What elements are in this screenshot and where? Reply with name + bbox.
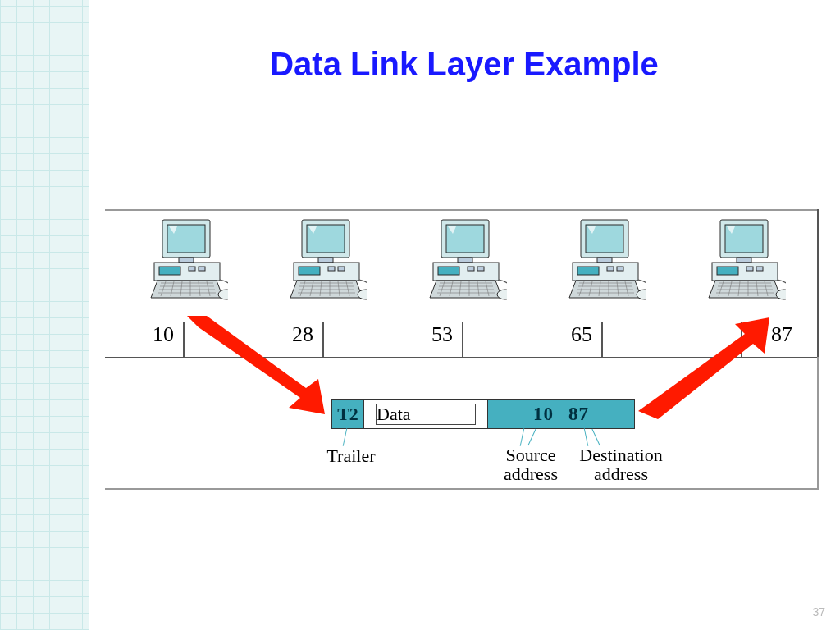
svg-rect-24	[299, 267, 320, 275]
diagram-bottom-border	[105, 488, 819, 490]
diagram-top-border	[105, 209, 819, 211]
frame-trailer-cell: T2	[332, 400, 363, 428]
svg-rect-5	[189, 267, 195, 271]
frame-data-cell: Data	[363, 400, 487, 428]
svg-rect-26	[338, 267, 345, 271]
svg-rect-6	[199, 267, 205, 271]
computer-icon	[138, 216, 228, 314]
leader-line	[343, 428, 348, 446]
svg-rect-25	[328, 267, 335, 271]
diagram-right-border-lower	[817, 357, 819, 488]
node-address: 10	[138, 322, 174, 347]
computer-node: 53	[417, 216, 507, 355]
svg-rect-41	[458, 258, 472, 262]
computer-node: 65	[556, 216, 646, 355]
svg-marker-97	[638, 317, 769, 419]
svg-rect-2	[179, 258, 194, 262]
svg-rect-79	[737, 258, 751, 262]
frame-data-label: Data	[376, 404, 476, 425]
drop-line	[601, 322, 603, 357]
leader-line	[584, 428, 589, 446]
trailer-label: Trailer	[318, 445, 384, 467]
svg-rect-83	[756, 267, 763, 271]
slide-title: Data Link Layer Example	[89, 46, 840, 83]
frame-dst-addr: 87	[568, 404, 589, 425]
arrow-down-icon	[179, 316, 343, 414]
computer-icon	[417, 216, 507, 314]
svg-rect-22	[318, 258, 333, 262]
svg-rect-82	[746, 267, 753, 271]
svg-rect-45	[477, 267, 484, 271]
svg-rect-44	[468, 267, 474, 271]
svg-rect-43	[438, 267, 459, 275]
svg-marker-96	[187, 316, 325, 414]
frame-src-addr: 10	[533, 404, 554, 425]
computer-icon	[556, 216, 646, 314]
slide-sidebar	[0, 0, 89, 630]
diagram-right-border	[817, 209, 819, 357]
computer-icon	[277, 216, 368, 314]
node-address: 65	[556, 322, 592, 347]
leader-line	[527, 429, 536, 445]
svg-rect-62	[578, 267, 599, 275]
leader-line	[591, 429, 600, 445]
destination-address-label: Destination address	[568, 445, 674, 483]
computer-icon	[696, 216, 786, 314]
arrow-up-icon	[638, 314, 786, 421]
leader-line	[520, 428, 525, 446]
svg-rect-81	[717, 267, 738, 275]
page-number: 37	[812, 605, 825, 619]
svg-rect-4	[159, 267, 180, 275]
diagram-area: 10 28	[105, 209, 819, 496]
svg-rect-60	[597, 258, 612, 262]
source-address-label: Source address	[494, 445, 568, 483]
node-address: 53	[417, 322, 453, 347]
frame-address-cell: 10 87	[487, 400, 634, 428]
drop-line	[462, 322, 463, 357]
frame-packet: T2 Data 10 87	[331, 399, 635, 429]
svg-rect-63	[607, 267, 614, 271]
svg-rect-64	[617, 267, 623, 271]
